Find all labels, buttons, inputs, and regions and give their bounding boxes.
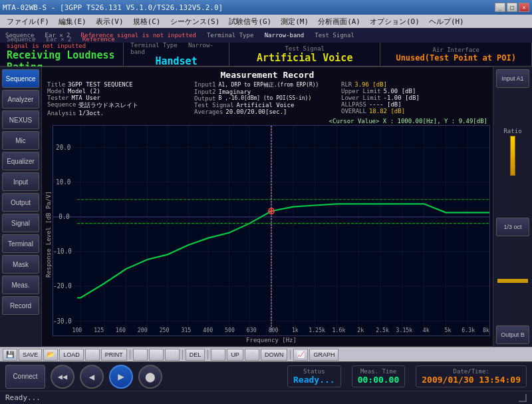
right-btn-output-b[interactable]: Output B — [496, 325, 529, 344]
toolbar-load[interactable]: LOAD — [59, 349, 84, 361]
right-btn-oct[interactable]: 1/3 oct — [496, 218, 529, 236]
svg-text:250: 250 — [160, 326, 170, 333]
toolbar-graph[interactable]: GRAPH — [309, 349, 338, 361]
menu-measure[interactable]: 測定(M) — [277, 16, 313, 27]
menu-spec[interactable]: 規格(C) — [129, 16, 165, 27]
status-bar-text: Ready... — [5, 393, 519, 402]
toolbar-icon-zoom-in[interactable]: + — [133, 349, 148, 361]
sidebar-btn-mask[interactable]: Mask — [2, 255, 39, 274]
banner-receiving-label: Sequence Ear × 2 Reference signal is not… — [7, 36, 116, 49]
toolbar-sep-1 — [130, 350, 130, 359]
menu-help[interactable]: ヘルプ(H) — [425, 16, 468, 27]
toolbar: 💾 SAVE 📂 LOAD 🖨 PRINT + − AND DEL ▲ UP ▼… — [0, 347, 532, 361]
toolbar-print[interactable]: PRINT — [101, 349, 127, 361]
banner-handset-value: Handset — [155, 55, 197, 67]
toolbar-down[interactable]: DOWN — [261, 349, 288, 361]
menu-bar: ファイル(F) 編集(E) 表示(V) 規格(C) シーケンス(S) 試験信号(… — [0, 15, 532, 28]
menu-test-signal[interactable]: 試験信号(G) — [225, 16, 275, 27]
svg-text:1.25k: 1.25k — [309, 326, 325, 333]
chart-meta: Title3GPP TEST SEQUENCE ModelModel (2) T… — [45, 81, 490, 116]
main-chart[interactable]: 20.0 10.0 0.0 -10.0 -20.0 -30.0 — [53, 125, 490, 336]
chart-wrapper: Response Level [dB Pa/V] 20.0 10.0 0.0 — [45, 125, 490, 343]
chart-svg-area: 20.0 10.0 0.0 -10.0 -20.0 -30.0 — [53, 125, 490, 343]
y-axis-label: Response Level [dB Pa/V] — [45, 125, 53, 343]
menu-edit[interactable]: 編集(E) — [55, 16, 90, 27]
svg-text:8k: 8k — [483, 326, 489, 333]
banner-test-signal-value: Artificial Voice — [257, 52, 353, 64]
menu-view[interactable]: 表示(V) — [92, 16, 128, 27]
menu-options[interactable]: オプション(O) — [366, 16, 424, 27]
svg-text:800: 800 — [269, 326, 279, 333]
info-test-signal: Test Signal — [315, 32, 354, 39]
meas-time-label: Meas. Time — [360, 368, 396, 375]
svg-text:4k: 4k — [423, 326, 430, 333]
ratio-bar-container: Ratio — [503, 128, 521, 177]
menu-sequence[interactable]: シーケンス(S) — [166, 16, 224, 27]
left-sidebar: Sequence Analyzer NEXUS Mic Equalizer In… — [0, 67, 41, 347]
sidebar-btn-equalizer[interactable]: Equalizer — [2, 152, 39, 170]
svg-text:6.3k: 6.3k — [462, 326, 475, 333]
sidebar-btn-record[interactable]: Record — [2, 296, 39, 315]
menu-analysis[interactable]: 分析画面(A) — [314, 16, 364, 27]
transport-bar: Connect ◀◀ ◀ ▶ ⬤ Status Ready... Meas. T… — [0, 361, 532, 391]
ratio-bar — [510, 136, 515, 176]
banner-air-interface-label: Air Interface — [432, 47, 479, 53]
transport-prev[interactable]: ◀◀ — [51, 365, 74, 389]
sidebar-btn-analyzer[interactable]: Analyzer — [2, 90, 39, 108]
meas-time-panel: Meas. Time 00:00.00 — [352, 365, 406, 387]
sidebar-btn-nexus[interactable]: NEXUS — [2, 110, 39, 129]
cursor-info: <Cursor Value> X : 1000.00[Hz], Y : 9.49… — [45, 118, 490, 124]
toolbar-icon-up[interactable]: ▲ — [211, 349, 225, 361]
sidebar-btn-input[interactable]: Input — [2, 172, 39, 191]
svg-text:20.0: 20.0 — [56, 144, 70, 151]
toolbar-save[interactable]: SAVE — [19, 349, 42, 361]
sidebar-btn-signal[interactable]: Signal — [2, 214, 39, 232]
toolbar-icon-print[interactable]: 🖨 — [85, 349, 100, 361]
status-bar: Ready... — [0, 391, 532, 404]
banner-handset: Terminal Type Narrow-band Handset — [124, 43, 229, 66]
svg-text:1.6k: 1.6k — [332, 326, 346, 333]
toolbar-icon-floppy[interactable]: 💾 — [3, 349, 17, 361]
toolbar-del[interactable]: DEL — [186, 349, 205, 361]
toolbar-icon-open[interactable]: 📂 — [43, 349, 58, 361]
main-area: Sequence Analyzer NEXUS Mic Equalizer In… — [0, 67, 532, 347]
menu-file[interactable]: ファイル(F) — [3, 16, 53, 27]
window-title: MTA-02WB-S - [3GPP TS26.131 V5.1.0/TS26.… — [3, 3, 495, 12]
banner-test-signal: Test Signal Artificial Voice — [229, 43, 381, 66]
svg-text:100: 100 — [72, 326, 82, 333]
connect-button[interactable]: Connect — [5, 365, 45, 389]
status-value: Ready... — [293, 375, 335, 385]
sidebar-btn-meas[interactable]: Meas. — [2, 276, 39, 294]
toolbar-icon-down[interactable]: ▼ — [245, 349, 259, 361]
datetime-label: Date/Time: — [454, 368, 489, 375]
toolbar-icon-and[interactable]: AND — [165, 349, 180, 361]
close-button[interactable]: ✕ — [519, 3, 529, 12]
banner-air-interface-value: Unused(Test Point at POI) — [396, 53, 516, 63]
right-btn-input-a1[interactable]: Input A1 — [496, 69, 529, 88]
status-panel: Status Ready... — [287, 365, 341, 387]
maximize-button[interactable]: □ — [507, 3, 517, 12]
toolbar-sep-3 — [207, 350, 208, 359]
title-bar: MTA-02WB-S - [3GPP TS26.131 V5.1.0/TS26.… — [0, 0, 532, 15]
transport-play[interactable]: ▶ — [109, 365, 133, 389]
svg-text:-30.0: -30.0 — [53, 317, 72, 324]
svg-text:500: 500 — [225, 326, 235, 333]
sidebar-btn-output[interactable]: Output — [2, 193, 39, 212]
toolbar-icon-graph[interactable]: 📈 — [293, 349, 308, 361]
svg-text:0.0: 0.0 — [59, 213, 70, 220]
sidebar-btn-mic[interactable]: Mic — [2, 131, 39, 150]
transport-rewind[interactable]: ◀ — [80, 365, 104, 389]
corner-indicator — [519, 394, 527, 402]
toolbar-icon-zoom-out[interactable]: − — [149, 349, 164, 361]
banner-receiving: Sequence Ear × 2 Reference signal is not… — [0, 43, 124, 66]
svg-text:5k: 5k — [445, 326, 452, 333]
svg-text:1k: 1k — [292, 326, 299, 333]
minimize-button[interactable]: _ — [495, 3, 505, 12]
x-axis-label: Frequency [Hz] — [53, 337, 490, 343]
sidebar-btn-sequence[interactable]: Sequence — [2, 69, 39, 88]
sidebar-btn-terminal[interactable]: Terminal — [2, 234, 39, 253]
toolbar-up[interactable]: UP — [227, 349, 243, 361]
transport-stop[interactable]: ⬤ — [138, 365, 162, 389]
svg-text:160: 160 — [116, 326, 126, 333]
svg-text:2k: 2k — [357, 326, 364, 333]
